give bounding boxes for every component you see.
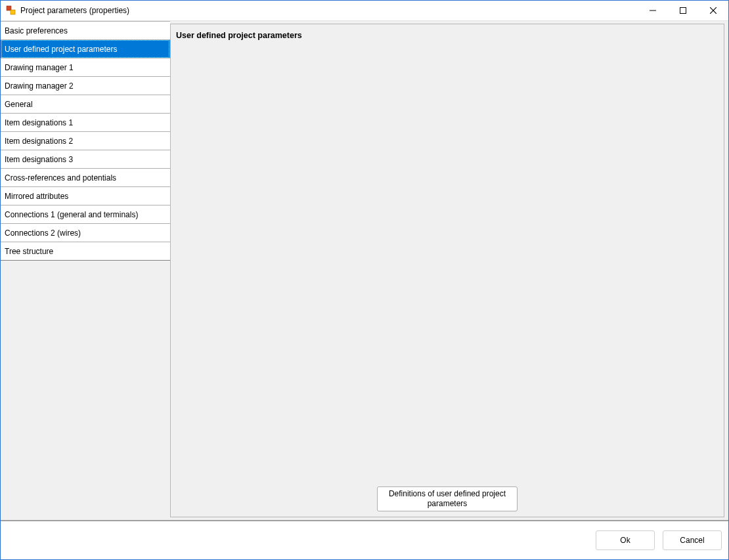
sidebar-item[interactable]: Cross-references and potentials — [1, 168, 170, 187]
sidebar-item[interactable]: Connections 1 (general and terminals) — [1, 205, 170, 224]
app-icon — [6, 5, 16, 16]
window-controls — [638, 1, 728, 20]
sidebar-item[interactable]: Drawing manager 2 — [1, 76, 170, 95]
maximize-button[interactable] — [668, 1, 698, 20]
sidebar-item[interactable]: Item designations 3 — [1, 150, 170, 169]
sidebar-item[interactable]: Basic preferences — [1, 21, 170, 40]
sidebar-item[interactable]: Drawing manager 1 — [1, 58, 170, 77]
sidebar-item[interactable]: Connections 2 (wires) — [1, 223, 170, 242]
content-panel: User defined project parameters Definiti… — [170, 24, 724, 517]
close-button[interactable] — [698, 1, 728, 20]
svg-rect-3 — [680, 8, 686, 14]
sidebar-item[interactable]: Mirrored attributes — [1, 186, 170, 205]
svg-rect-1 — [11, 10, 15, 14]
cancel-button[interactable]: Cancel — [663, 530, 722, 550]
content-body: Definitions of user defined project para… — [171, 43, 724, 517]
dialog-window: Project parameters (properties) Basic pr… — [0, 0, 729, 560]
minimize-icon — [650, 7, 656, 14]
titlebar[interactable]: Project parameters (properties) — [1, 1, 728, 20]
client-area: Basic preferencesUser defined project pa… — [1, 20, 728, 559]
definitions-button[interactable]: Definitions of user defined project para… — [377, 486, 518, 511]
close-icon — [710, 7, 717, 14]
window-title: Project parameters (properties) — [20, 6, 638, 15]
sidebar-item[interactable]: User defined project parameters — [1, 39, 170, 58]
sidebar: Basic preferencesUser defined project pa… — [1, 21, 170, 520]
body-area: Basic preferencesUser defined project pa… — [1, 20, 728, 520]
maximize-icon — [680, 7, 686, 14]
content-title: User defined project parameters — [171, 24, 724, 43]
sidebar-item[interactable]: Item designations 1 — [1, 113, 170, 132]
sidebar-item[interactable]: Tree structure — [1, 242, 170, 261]
ok-button[interactable]: Ok — [596, 530, 655, 550]
sidebar-item[interactable]: Item designations 2 — [1, 131, 170, 150]
sidebar-item[interactable]: General — [1, 95, 170, 114]
dialog-footer: Ok Cancel — [1, 521, 728, 559]
minimize-button[interactable] — [638, 1, 668, 20]
